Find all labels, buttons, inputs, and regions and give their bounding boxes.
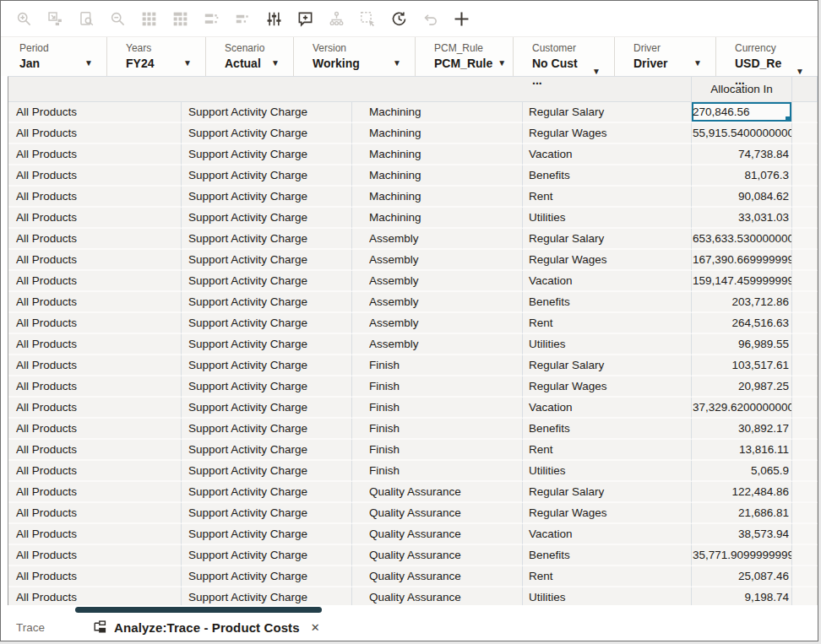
cell-account[interactable]: Regular Salary	[523, 482, 692, 503]
cell-value[interactable]: 90,084.62	[692, 187, 792, 208]
cell-account[interactable]: Regular Wages	[523, 503, 692, 524]
cell-stage[interactable]: Machining	[352, 123, 523, 144]
cell-value[interactable]: 159,147.45999999996	[692, 271, 792, 292]
cell-value[interactable]: 9,198.74	[692, 587, 792, 605]
cell-value[interactable]: 30,892.17	[692, 419, 792, 440]
cell-stage[interactable]: Assembly	[352, 313, 523, 334]
cell-value[interactable]: 96,989.55	[692, 334, 792, 355]
cell-value[interactable]: 20,987.25	[692, 376, 792, 398]
cell-account[interactable]: Utilities	[523, 587, 692, 605]
filter-currency[interactable]: Currency USD_Re ...▼	[715, 37, 818, 76]
cell-stage[interactable]: Finish	[352, 461, 523, 482]
cell-stage[interactable]: Quality Assurance	[352, 566, 523, 587]
cell-rule[interactable]: Support Activity Charge	[182, 461, 352, 482]
cell-product[interactable]: All Products	[8, 102, 182, 123]
cell-stage[interactable]: Assembly	[352, 271, 523, 292]
cell-stage[interactable]: Machining	[352, 165, 523, 187]
cell-account[interactable]: Utilities	[523, 334, 692, 355]
cell-account[interactable]: Rent	[523, 566, 692, 587]
cell-product[interactable]: All Products	[8, 144, 182, 165]
cell-account[interactable]: Regular Salary	[523, 102, 692, 123]
cell-account[interactable]: Utilities	[523, 461, 692, 482]
cell-value[interactable]: 103,517.61	[692, 355, 792, 376]
cell-value[interactable]: 37,329.62000000001	[692, 398, 792, 419]
cell-rule[interactable]: Support Activity Charge	[182, 271, 352, 292]
cell-rule[interactable]: Support Activity Charge	[182, 419, 352, 440]
cell-product[interactable]: All Products	[8, 292, 182, 313]
filter-driver[interactable]: Driver Driver▼	[614, 37, 715, 76]
filter-pcm-rule[interactable]: PCM_Rule PCM_Rule▼	[415, 37, 513, 76]
cell-account[interactable]: Regular Salary	[523, 229, 692, 250]
cell-stage[interactable]: Finish	[352, 376, 523, 398]
cell-product[interactable]: All Products	[8, 271, 182, 292]
history-icon[interactable]	[384, 5, 413, 32]
cell-stage[interactable]: Quality Assurance	[352, 482, 523, 503]
cell-product[interactable]: All Products	[8, 440, 182, 461]
cell-account[interactable]: Vacation	[523, 524, 692, 545]
cell-rule[interactable]: Support Activity Charge	[182, 587, 352, 605]
cell-stage[interactable]: Finish	[352, 355, 523, 376]
cell-rule[interactable]: Support Activity Charge	[182, 102, 352, 123]
cell-rule[interactable]: Support Activity Charge	[182, 503, 352, 524]
cell-stage[interactable]: Quality Assurance	[352, 503, 523, 524]
cell-product[interactable]: All Products	[8, 355, 182, 376]
cell-product[interactable]: All Products	[8, 545, 182, 566]
cell-stage[interactable]: Quality Assurance	[352, 545, 523, 566]
cell-value[interactable]: 122,484.86	[692, 482, 792, 503]
cell-product[interactable]: All Products	[8, 250, 182, 271]
cell-rule[interactable]: Support Activity Charge	[182, 208, 352, 229]
cell-stage[interactable]: Finish	[352, 419, 523, 440]
cell-account[interactable]: Vacation	[523, 144, 692, 165]
filter-period[interactable]: Period Jan▼	[1, 37, 106, 76]
cell-product[interactable]: All Products	[8, 419, 182, 440]
cell-product[interactable]: All Products	[8, 503, 182, 524]
cell-value[interactable]: 167,390.66999999998	[692, 250, 792, 271]
cell-rule[interactable]: Support Activity Charge	[182, 292, 352, 313]
cell-value[interactable]: 25,087.46	[692, 566, 792, 587]
cell-product[interactable]: All Products	[8, 123, 182, 144]
close-icon[interactable]: ✕	[311, 621, 320, 634]
cell-rule[interactable]: Support Activity Charge	[182, 229, 352, 250]
cell-stage[interactable]: Quality Assurance	[352, 524, 523, 545]
cell-account[interactable]: Benefits	[523, 165, 692, 187]
cell-rule[interactable]: Support Activity Charge	[182, 123, 352, 144]
cell-product[interactable]: All Products	[8, 229, 182, 250]
cell-rule[interactable]: Support Activity Charge	[182, 144, 352, 165]
cell-rule[interactable]: Support Activity Charge	[182, 250, 352, 271]
cell-stage[interactable]: Finish	[352, 440, 523, 461]
sliders-icon[interactable]	[259, 5, 288, 32]
cell-stage[interactable]: Machining	[352, 187, 523, 208]
cell-product[interactable]: All Products	[8, 208, 182, 229]
cell-account[interactable]: Regular Salary	[523, 355, 692, 376]
cell-rule[interactable]: Support Activity Charge	[182, 545, 352, 566]
cell-value[interactable]: 5,065.9	[692, 461, 792, 482]
cell-rule[interactable]: Support Activity Charge	[182, 566, 352, 587]
cell-product[interactable]: All Products	[8, 187, 182, 208]
filter-scenario[interactable]: Scenario Actual▼	[205, 37, 293, 76]
cell-rule[interactable]: Support Activity Charge	[182, 334, 352, 355]
cell-stage[interactable]: Machining	[352, 208, 523, 229]
cell-value[interactable]: 21,686.81	[692, 503, 792, 524]
cell-product[interactable]: All Products	[8, 398, 182, 419]
cell-value[interactable]: 55,915.54000000001	[692, 123, 792, 144]
tab-analyze-trace[interactable]: Analyze:Trace - Product Costs ✕	[92, 620, 320, 635]
cell-rule[interactable]: Support Activity Charge	[182, 376, 352, 398]
cell-stage[interactable]: Quality Assurance	[352, 587, 523, 605]
cell-account[interactable]: Rent	[523, 187, 692, 208]
cell-account[interactable]: Vacation	[523, 398, 692, 419]
cell-stage[interactable]: Machining	[352, 144, 523, 165]
cell-value-selected[interactable]: 270,846.56	[692, 102, 792, 123]
cell-rule[interactable]: Support Activity Charge	[182, 187, 352, 208]
cell-value[interactable]: 81,076.3	[692, 165, 792, 187]
cell-account[interactable]: Benefits	[523, 419, 692, 440]
cell-product[interactable]: All Products	[8, 524, 182, 545]
cell-product[interactable]: All Products	[8, 461, 182, 482]
add-icon[interactable]	[447, 5, 476, 32]
cell-rule[interactable]: Support Activity Charge	[182, 165, 352, 187]
cell-product[interactable]: All Products	[8, 566, 182, 587]
cell-stage[interactable]: Assembly	[352, 250, 523, 271]
filter-customer[interactable]: Customer No Cust ...▼	[513, 37, 614, 76]
cell-account[interactable]: Benefits	[523, 292, 692, 313]
cell-product[interactable]: All Products	[8, 587, 182, 605]
cell-stage[interactable]: Assembly	[352, 292, 523, 313]
